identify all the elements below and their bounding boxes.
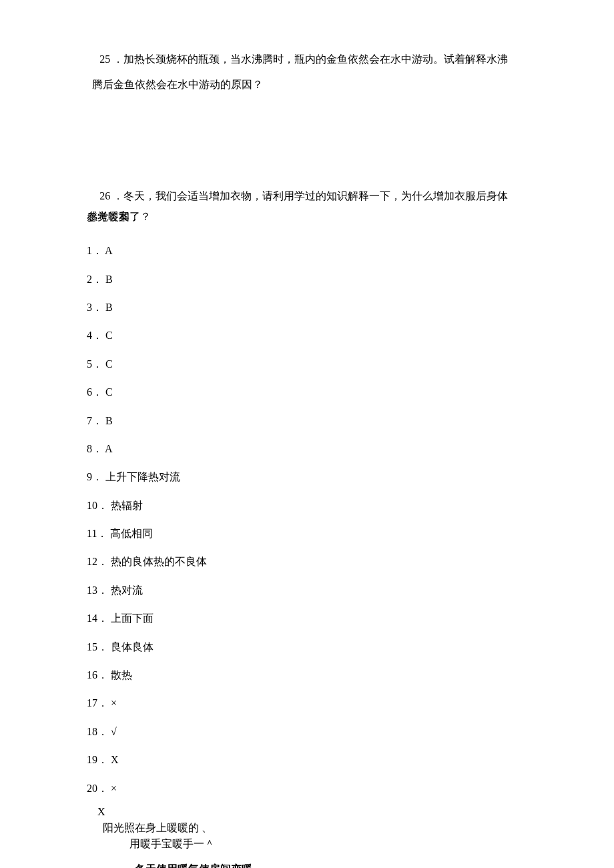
example-line: X [87, 804, 527, 820]
answer-item: 4． C [87, 322, 527, 350]
answer-item: 1． A [87, 237, 527, 265]
answer-item: 18． √ [87, 718, 527, 746]
answers-list: 1． A 2． B 3． B 4． C 5． C 6． C 7． B 8． A … [87, 237, 527, 803]
answer-item: 13． 热对流 [87, 576, 527, 604]
q26-line1: 26 ．冬天，我们会适当增加衣物，请利用学过的知识解释一下，为什么增加衣服后身体 [87, 183, 527, 209]
answer-item: 7． B [87, 407, 527, 435]
answer-item: 10． 热辐射 [87, 492, 527, 520]
answer-item: 11． 高低相同 [87, 520, 527, 548]
example-heading: 冬天使用暖气使房间变暖 [87, 861, 527, 868]
answer-item: 17． × [87, 689, 527, 717]
answer-item: 9． 上升下降热对流 [87, 463, 527, 491]
q25-line1: 25 ．加热长颈烧杯的瓶颈，当水沸腾时，瓶内的金鱼依然会在水中游动。试着解释水沸 [87, 47, 527, 72]
example-line: 阳光照在身上暖暖的 、 [87, 820, 527, 836]
answer-item: 2． B [87, 266, 527, 294]
question-25: 25 ．加热长颈烧杯的瓶颈，当水沸腾时，瓶内的金鱼依然会在水中游动。试着解释水沸… [87, 47, 527, 98]
example-line: 用暖手宝暖手一＾ [87, 836, 527, 852]
answer-item: 8． A [87, 435, 527, 463]
answer-item: 5． C [87, 350, 527, 378]
example-block: X 阳光照在身上暖暖的 、 用暖手宝暖手一＾ 冬天使用暖气使房间变暖 [87, 804, 527, 868]
answer-item: 14． 上面下面 [87, 604, 527, 632]
answer-item: 16． 散热 [87, 661, 527, 689]
answer-item: 19． X [87, 746, 527, 774]
answer-item: 20． × [87, 775, 527, 803]
answer-item: 3． B [87, 294, 527, 322]
q26-line2-fragment: 感觉暖和了？ [87, 209, 151, 225]
question-26: 26 ．冬天，我们会适当增加衣物，请利用学过的知识解释一下，为什么增加衣服后身体… [87, 183, 527, 225]
answer-item: 6． C [87, 378, 527, 406]
overlap-line: 参考答案： 感觉暖和了？ [87, 209, 527, 225]
answer-item: 15． 良体良体 [87, 633, 527, 661]
answer-item: 12． 热的良体热的不良体 [87, 548, 527, 576]
q25-line2: 腾后金鱼依然会在水中游动的原因？ [87, 72, 527, 97]
answer-space [87, 110, 527, 183]
